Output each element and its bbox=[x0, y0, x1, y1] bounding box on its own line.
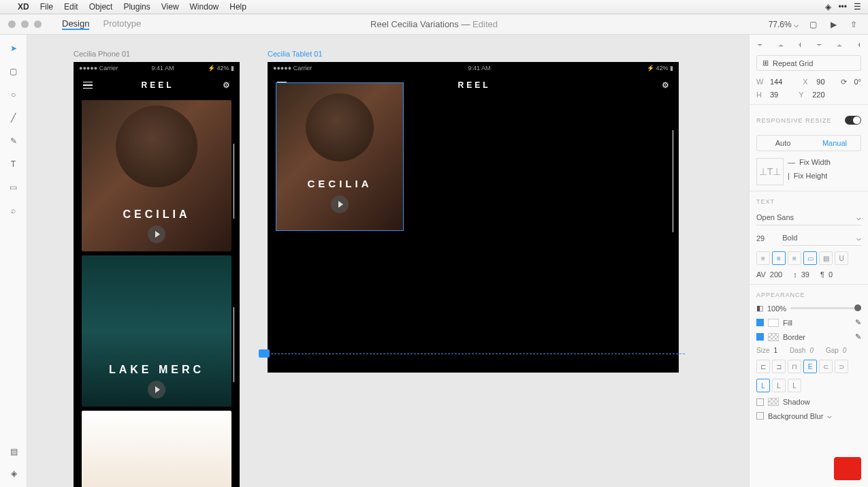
join-1[interactable]: L bbox=[756, 379, 770, 392]
scrollbar[interactable] bbox=[234, 307, 234, 382]
chevron-down-icon[interactable]: ⌵ bbox=[827, 411, 832, 420]
text-area[interactable]: ▤ bbox=[819, 251, 833, 265]
responsive-toggle[interactable] bbox=[845, 116, 861, 125]
menu-window[interactable]: Window bbox=[190, 2, 219, 12]
cap-2[interactable]: ⊂ bbox=[819, 360, 833, 373]
stroke-align-2[interactable]: ⊐ bbox=[772, 360, 786, 373]
more-icon[interactable]: ••• bbox=[838, 2, 847, 12]
cap-1[interactable]: E bbox=[803, 360, 817, 373]
pen-tool[interactable]: ✎ bbox=[7, 134, 20, 148]
align-right-icon[interactable]: ⫞ bbox=[798, 40, 802, 48]
ellipse-tool[interactable]: ○ bbox=[7, 88, 20, 101]
text-align-center[interactable]: ≡ bbox=[772, 251, 786, 265]
menu-view[interactable]: View bbox=[161, 2, 179, 12]
constraint-widget[interactable]: ⊥T⊥ bbox=[756, 158, 784, 185]
text-tool[interactable]: T bbox=[7, 157, 20, 171]
canvas[interactable]: Cecilia Phone 01 ●●●●● Carrier9:41 AM⚡ 4… bbox=[27, 35, 749, 487]
layers-icon[interactable]: ◈ bbox=[7, 467, 20, 480]
tab-design[interactable]: Design bbox=[62, 18, 89, 30]
stroke-align-1[interactable]: ⊏ bbox=[756, 360, 770, 373]
leading-input[interactable]: 39 bbox=[801, 270, 809, 279]
blur-check[interactable] bbox=[756, 412, 764, 420]
font-size[interactable]: 29 bbox=[756, 234, 765, 242]
tab-prototype[interactable]: Prototype bbox=[103, 18, 141, 30]
eyedropper-icon[interactable]: ✎ bbox=[855, 318, 861, 327]
text-underline[interactable]: U bbox=[835, 251, 848, 265]
zoom-window[interactable] bbox=[34, 20, 42, 28]
width-input[interactable]: 144 bbox=[770, 78, 782, 87]
repeat-grid-button[interactable]: ⊞ Repeat Grid bbox=[756, 55, 861, 71]
menu-icon[interactable] bbox=[83, 82, 93, 89]
scrollbar[interactable] bbox=[673, 130, 673, 232]
fix-width-icon[interactable]: — bbox=[788, 158, 795, 166]
zoom-level[interactable]: 77.6% ⌵ bbox=[769, 20, 799, 29]
align-left-icon[interactable]: ⫟ bbox=[756, 40, 764, 48]
opacity-value[interactable]: 100% bbox=[767, 304, 786, 313]
rotate-icon[interactable]: ⟳ bbox=[841, 78, 847, 87]
font-select[interactable]: Open Sans⌵ bbox=[756, 210, 861, 225]
share-icon[interactable]: ⇧ bbox=[848, 18, 860, 31]
eyedropper-icon[interactable]: ✎ bbox=[855, 332, 861, 341]
zoom-tool[interactable]: ⌕ bbox=[7, 204, 20, 217]
youtube-badge[interactable] bbox=[834, 457, 861, 480]
opacity-slider[interactable] bbox=[790, 307, 861, 309]
height-input[interactable]: 39 bbox=[770, 91, 778, 99]
border-dash[interactable]: 0 bbox=[809, 347, 814, 354]
artboard-tool[interactable]: ▭ bbox=[7, 180, 20, 194]
shadow-swatch[interactable] bbox=[768, 398, 779, 406]
close-window[interactable] bbox=[8, 20, 16, 28]
scrollbar[interactable] bbox=[234, 144, 234, 219]
align-bottom-icon[interactable]: ⫞ bbox=[857, 40, 861, 48]
align-top-icon[interactable]: ⫟ bbox=[816, 40, 823, 48]
shield-icon[interactable]: ◈ bbox=[825, 2, 831, 12]
join-3[interactable]: L bbox=[788, 379, 801, 392]
shadow-check[interactable] bbox=[756, 398, 764, 406]
text-align-right[interactable]: ≡ bbox=[788, 251, 801, 265]
join-2[interactable]: L bbox=[772, 379, 786, 392]
menu-plugins[interactable]: Plugins bbox=[123, 2, 150, 12]
artboard-phone[interactable]: Cecilia Phone 01 ●●●●● Carrier9:41 AM⚡ 4… bbox=[74, 62, 240, 487]
card-cecilia[interactable]: CECILIA bbox=[82, 100, 231, 251]
resize-mode[interactable]: Auto Manual bbox=[756, 135, 861, 151]
menu-edit[interactable]: Edit bbox=[64, 2, 78, 12]
card-third[interactable] bbox=[82, 411, 231, 487]
device-preview-icon[interactable]: ▢ bbox=[807, 18, 819, 31]
border-swatch[interactable] bbox=[768, 333, 779, 341]
cap-3[interactable]: ⊃ bbox=[835, 360, 848, 373]
menu-object[interactable]: Object bbox=[89, 2, 113, 12]
artboard-phone-label[interactable]: Cecilia Phone 01 bbox=[74, 50, 130, 58]
text-align-left[interactable]: ≡ bbox=[756, 251, 770, 265]
border-gap[interactable]: 0 bbox=[843, 347, 847, 354]
settings-icon[interactable]: ⚙ bbox=[662, 80, 669, 90]
border-check[interactable] bbox=[756, 333, 764, 341]
assets-icon[interactable]: ▤ bbox=[7, 445, 20, 458]
play-icon[interactable] bbox=[148, 225, 165, 243]
artboard-tablet[interactable]: Cecilia Tablet 01 ●●●●● Carrier9:41 AM⚡ … bbox=[268, 62, 679, 373]
menu-file[interactable]: File bbox=[40, 2, 53, 12]
align-center-h-icon[interactable]: ⫠ bbox=[777, 40, 785, 48]
app-menu[interactable]: XD bbox=[18, 2, 29, 12]
play-icon[interactable]: ▶ bbox=[827, 18, 839, 31]
card-lakemerc[interactable]: LAKE MERC bbox=[82, 255, 231, 407]
artboard-tablet-label[interactable]: Cecilia Tablet 01 bbox=[268, 50, 323, 58]
card-cecilia-selected[interactable]: CECILIA bbox=[276, 82, 404, 231]
border-size[interactable]: 1 bbox=[773, 347, 777, 354]
fill-swatch[interactable] bbox=[768, 319, 779, 327]
play-icon[interactable] bbox=[148, 381, 165, 398]
fill-check[interactable] bbox=[756, 319, 764, 326]
select-tool[interactable]: ➤ bbox=[7, 42, 20, 55]
layout-guide[interactable] bbox=[264, 354, 685, 354]
line-tool[interactable]: ╱ bbox=[7, 111, 20, 125]
tracking-input[interactable]: 200 bbox=[770, 270, 782, 279]
stroke-align-3[interactable]: ⊓ bbox=[788, 360, 801, 373]
list-icon[interactable]: ☰ bbox=[854, 2, 861, 12]
guide-handle[interactable] bbox=[259, 349, 270, 358]
fix-height-icon[interactable]: | bbox=[788, 172, 790, 180]
menu-help[interactable]: Help bbox=[229, 2, 246, 12]
rectangle-tool[interactable]: ▢ bbox=[7, 65, 20, 78]
paraspacing-input[interactable]: 0 bbox=[829, 270, 833, 279]
align-middle-icon[interactable]: ⫠ bbox=[836, 40, 843, 48]
text-point[interactable]: ▭ bbox=[803, 251, 817, 265]
font-weight[interactable]: Bold⌵ bbox=[782, 231, 861, 246]
y-input[interactable]: 220 bbox=[812, 91, 824, 99]
